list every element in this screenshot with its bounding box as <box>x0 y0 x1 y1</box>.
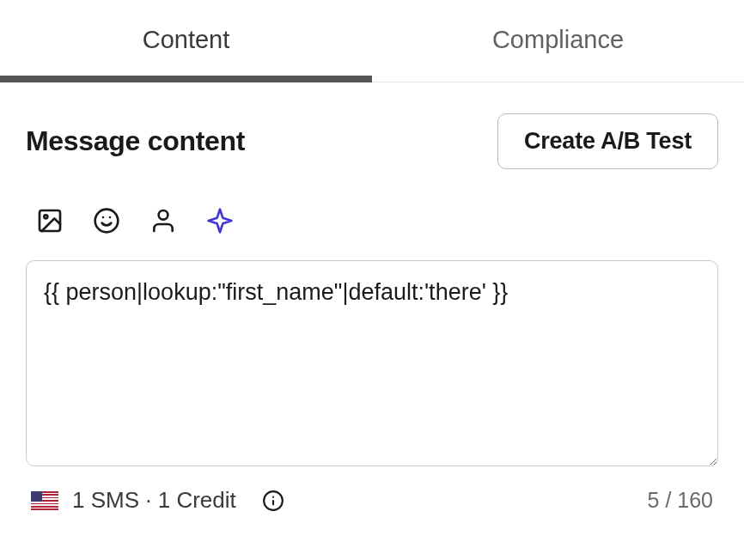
tab-content-label: Content <box>143 26 230 53</box>
info-icon[interactable] <box>262 490 284 512</box>
create-ab-test-label: Create A/B Test <box>524 128 692 154</box>
tab-content[interactable]: Content <box>0 0 372 82</box>
status-bar: 1 SMS · 1 Credit 5 / 160 <box>0 470 744 514</box>
emoji-icon[interactable] <box>93 207 120 234</box>
svg-point-1 <box>44 215 47 218</box>
person-icon[interactable] <box>149 207 177 234</box>
editor-toolbar <box>0 178 744 260</box>
create-ab-test-button[interactable]: Create A/B Test <box>497 113 718 169</box>
tab-compliance-label: Compliance <box>492 26 624 53</box>
image-icon[interactable] <box>36 207 64 234</box>
sparkle-icon[interactable] <box>206 207 234 234</box>
tabs: Content Compliance <box>0 0 744 82</box>
char-counter: 5 / 160 <box>648 488 713 513</box>
tab-compliance[interactable]: Compliance <box>372 0 744 82</box>
credits-text: 1 SMS · 1 Credit <box>72 487 236 514</box>
message-editor-wrap <box>0 260 744 470</box>
us-flag-icon <box>31 491 58 510</box>
status-left: 1 SMS · 1 Credit <box>31 487 284 514</box>
section-title: Message content <box>26 125 245 157</box>
message-textarea[interactable] <box>26 260 718 466</box>
svg-point-2 <box>95 210 119 233</box>
section-header: Message content Create A/B Test <box>0 82 744 178</box>
svg-point-5 <box>159 210 168 220</box>
